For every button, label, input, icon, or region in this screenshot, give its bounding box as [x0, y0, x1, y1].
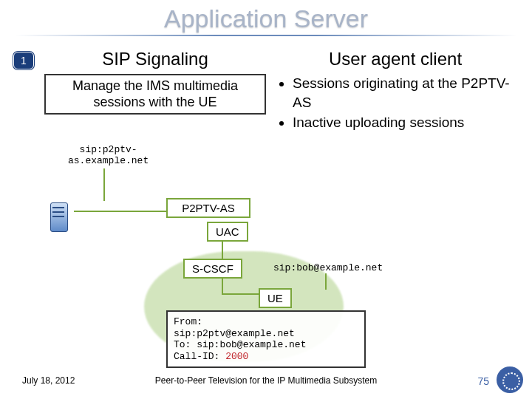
connector — [222, 240, 223, 259]
connector — [103, 168, 105, 201]
brand-logo-icon — [497, 366, 523, 393]
footer-caption: Peer-to-Peer Television for the IP Multi… — [0, 375, 532, 386]
slide-title: Application Server — [0, 4, 532, 33]
node-s-cscf: S-CSCF — [183, 259, 242, 279]
page-number: 75 — [477, 375, 489, 387]
bullet-2: Inactive uploading sessions — [293, 113, 517, 132]
sip-message-box: From: sip:p2ptv@example.net To: sip:bob@… — [166, 310, 366, 368]
connector — [74, 211, 166, 212]
sip-bob: sip:bob@example.net — [273, 262, 383, 273]
connector — [222, 277, 223, 293]
bullet-1: Sessions originating at the P2PTV-AS — [293, 74, 517, 112]
ims-desc-box: Manage the IMS multimedia sessions with … — [44, 74, 266, 115]
node-ue: UE — [259, 288, 292, 308]
connector — [325, 273, 327, 290]
node-p2ptv-as: P2PTV-AS — [166, 198, 250, 218]
left-heading: SIP Signaling — [44, 49, 266, 69]
connector — [222, 293, 259, 295]
step-badge: 1 — [13, 52, 34, 69]
title-rule — [15, 35, 517, 36]
node-uac: UAC — [207, 222, 248, 242]
sip-line1: sip:p2ptv- — [68, 144, 149, 155]
sip-address: sip:p2ptv- as.example.net — [68, 144, 149, 166]
server-icon — [46, 198, 72, 235]
bullet-list: Sessions originating at the P2PTV-AS Ina… — [279, 74, 517, 132]
sip-line2: as.example.net — [68, 155, 149, 166]
right-heading: User agent client — [273, 49, 517, 69]
